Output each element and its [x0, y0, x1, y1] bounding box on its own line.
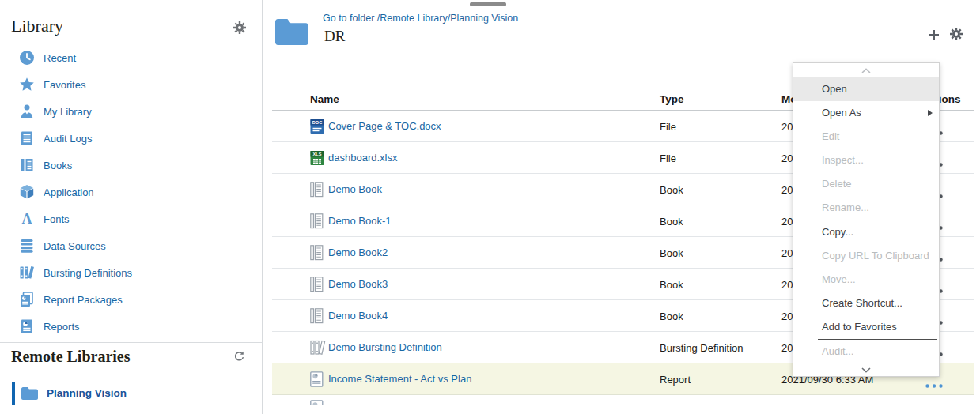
- sidebar-item-reports[interactable]: Reports: [0, 313, 261, 340]
- sidebar-item-data-sources[interactable]: Data Sources: [0, 232, 261, 259]
- sidebar-item-planning-vision[interactable]: Planning Vision: [21, 380, 127, 406]
- item-link[interactable]: Demo Book4: [328, 310, 388, 322]
- submenu-arrow-icon: [928, 110, 933, 116]
- book-icon: [310, 277, 326, 292]
- book-icon: [310, 182, 326, 198]
- column-header-type: Type: [660, 93, 684, 105]
- book-icon: [310, 213, 326, 229]
- panel-splitter-handle[interactable]: [470, 2, 506, 6]
- sidebar-item-recent[interactable]: Recent: [0, 44, 261, 71]
- sidebar-item-fonts[interactable]: A Fonts: [0, 205, 261, 232]
- menu-item-create-shortcut[interactable]: Create Shortcut...: [793, 292, 939, 315]
- item-link[interactable]: Demo Book: [328, 183, 382, 195]
- sidebar-item-my-library[interactable]: My Library: [0, 98, 261, 125]
- cube-icon: [19, 184, 35, 200]
- table-row-partial: [272, 395, 974, 405]
- plus-icon[interactable]: [928, 29, 940, 44]
- svg-text:DOC: DOC: [312, 120, 322, 125]
- word-file-icon: DOC: [310, 119, 326, 134]
- menu-item-copy[interactable]: Copy...: [793, 220, 939, 244]
- header-divider: [316, 17, 316, 49]
- remote-libraries-title: Remote Libraries: [11, 348, 131, 366]
- star-icon: [19, 77, 35, 92]
- menu-item-open[interactable]: Open: [793, 77, 939, 101]
- book-icon: [310, 245, 326, 261]
- menu-item-edit: Edit: [793, 125, 939, 149]
- audit-log-icon: [19, 130, 35, 146]
- svg-text:XLS: XLS: [313, 152, 322, 156]
- library-sidebar: Library Recent Favorites My Library Audi…: [0, 0, 263, 414]
- letter-a-icon: A: [19, 211, 35, 227]
- selection-bar: [12, 382, 15, 405]
- report-icon: [310, 400, 326, 405]
- item-link[interactable]: Cover Page & TOC.docx: [328, 120, 441, 132]
- item-link[interactable]: Demo Bursting Definition: [328, 341, 442, 353]
- folder-icon: [21, 387, 38, 400]
- item-link[interactable]: Income Statement - Act vs Plan: [328, 373, 471, 385]
- sidebar-item-audit-logs[interactable]: Audit Logs: [0, 125, 261, 152]
- folder-icon: [274, 17, 309, 50]
- chevron-down-icon[interactable]: [793, 363, 939, 376]
- sidebar-item-books[interactable]: Books: [0, 152, 261, 179]
- item-link[interactable]: Demo Book2: [328, 247, 388, 258]
- library-settings-gear-icon[interactable]: [233, 21, 247, 38]
- page-title: DR: [324, 28, 345, 45]
- menu-item-add-to-favorites[interactable]: Add to Favorites: [793, 315, 939, 339]
- menu-item-inspect: Inspect...: [793, 149, 939, 172]
- menu-item-delete: Delete: [793, 172, 939, 196]
- menu-item-copy-url: Copy URL To Clipboard: [793, 244, 939, 268]
- stacked-bars-icon: [19, 238, 35, 254]
- menu-item-audit: Audit...: [793, 340, 939, 363]
- gear-icon[interactable]: [949, 27, 963, 44]
- bursting-books-icon: [19, 265, 35, 280]
- remote-item-divider: [44, 408, 156, 408]
- item-link[interactable]: Demo Book3: [328, 278, 388, 290]
- menu-item-open-as[interactable]: Open As: [793, 101, 939, 125]
- book-icon: [19, 157, 35, 173]
- library-nav: Recent Favorites My Library Audit Logs B…: [0, 44, 261, 340]
- library-title: Library: [11, 16, 63, 36]
- book-icon: [310, 308, 326, 324]
- go-to-folder-link[interactable]: Go to folder /Remote Library/Planning Vi…: [323, 13, 518, 24]
- refresh-icon[interactable]: [233, 351, 245, 366]
- report-icon: [310, 371, 326, 387]
- bursting-books-icon: [310, 340, 326, 356]
- report-package-icon: [19, 292, 35, 307]
- column-header-name: Name: [310, 93, 339, 105]
- sidebar-item-bursting-definitions[interactable]: Bursting Definitions: [0, 259, 261, 286]
- sidebar-divider: [0, 342, 263, 343]
- menu-item-rename: Rename...: [793, 196, 939, 220]
- excel-file-icon: XLS: [310, 150, 326, 166]
- sidebar-item-application[interactable]: Application: [0, 179, 261, 205]
- sidebar-item-report-packages[interactable]: Report Packages: [0, 286, 261, 313]
- item-link[interactable]: Demo Book-1: [328, 215, 391, 227]
- sidebar-item-favorites[interactable]: Favorites: [0, 71, 261, 98]
- person-icon: [19, 104, 35, 119]
- menu-item-move: Move...: [793, 268, 939, 292]
- context-menu: Open Open As Edit Inspect... Delete Rena…: [793, 62, 940, 377]
- clock-icon: [19, 50, 35, 66]
- chevron-up-icon[interactable]: [793, 63, 939, 77]
- svg-text:A: A: [22, 211, 32, 227]
- row-actions-button[interactable]: [925, 377, 943, 391]
- report-icon: [19, 318, 35, 334]
- item-link[interactable]: dashboard.xlsx: [328, 152, 397, 164]
